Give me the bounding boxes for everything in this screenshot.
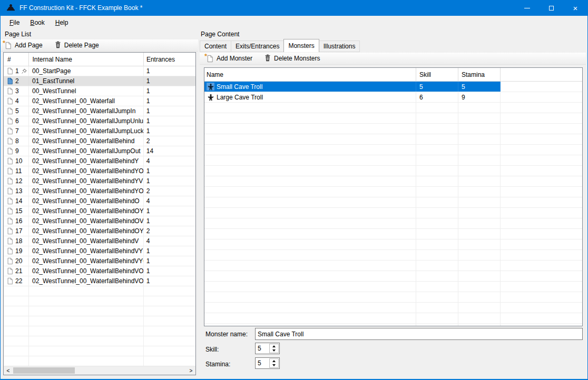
page-entrances: 4: [144, 156, 195, 166]
monsters-body: Small Cave Troll55Large Cave Troll69: [204, 82, 582, 326]
page-list-row[interactable]: 1902_WestTunnel_00_WaterfallBehindVY1: [4, 246, 195, 256]
add-monster-button[interactable]: * Add Monster: [204, 54, 254, 64]
menu-book[interactable]: Book: [25, 17, 50, 28]
monster-row[interactable]: Large Cave Troll69: [204, 92, 582, 103]
tab-content[interactable]: Content: [200, 41, 231, 52]
page-icon: [6, 207, 14, 215]
menu-help[interactable]: Help: [50, 17, 74, 28]
delete-monsters-button[interactable]: Delete Monsters: [262, 53, 321, 64]
stamina-up-button[interactable]: [270, 359, 278, 363]
page-list-row[interactable]: 2102_WestTunnel_00_WaterfallBehindVO1: [4, 266, 195, 276]
skill-down-button[interactable]: [270, 348, 278, 353]
page-list-toolbar: * Add Page Delete Page: [1, 39, 198, 52]
pin-icon: [21, 68, 28, 75]
page-entrances: 1: [144, 96, 195, 106]
tab-exits-entrances[interactable]: Exits/Entrances: [231, 41, 284, 52]
monster-row[interactable]: Small Cave Troll55: [204, 82, 582, 92]
page-list-row[interactable]: 100_StartPage1: [4, 66, 195, 76]
monster-empty-row: [204, 292, 582, 303]
page-list-row[interactable]: 902_WestTunnel_00_WaterfallJumpOut14: [4, 146, 195, 156]
column-header-name[interactable]: Name: [204, 68, 416, 81]
page-icon: [6, 157, 14, 165]
menu-file[interactable]: File: [4, 17, 25, 28]
skill-spinner[interactable]: [255, 343, 280, 354]
stamina-down-button[interactable]: [270, 363, 278, 367]
tab-illustrations[interactable]: Illustrations: [319, 41, 360, 52]
add-page-button[interactable]: * Add Page: [3, 41, 44, 51]
scroll-track[interactable]: [13, 366, 187, 375]
page-list-row[interactable]: 201_EastTunnel1: [4, 76, 195, 86]
tab-monsters[interactable]: Monsters: [283, 39, 319, 52]
monster-stamina-cell: 9: [458, 92, 501, 102]
page-list-row[interactable]: 2002_WestTunnel_00_WaterfallBehindVYO1: [4, 256, 195, 266]
close-button[interactable]: ×: [563, 0, 587, 16]
page-list-row[interactable]: 402_WestTunnel_00_Waterfall1: [4, 96, 195, 106]
page-internal-name: 02_WestTunnel_00_WaterfallBehindOV: [29, 216, 144, 226]
trash-icon: [264, 54, 271, 63]
monster-icon: [207, 93, 214, 101]
page-internal-name: 02_WestTunnel_00_WaterfallJumpLucky: [29, 126, 144, 136]
page-list-table: # Internal Name Entrances 100_StartPage1…: [3, 52, 196, 375]
stamina-input[interactable]: [256, 358, 269, 368]
page-icon: [6, 97, 14, 105]
column-header-number[interactable]: #: [4, 53, 29, 66]
page-list-row[interactable]: 1002_WestTunnel_00_WaterfallBehindY4: [4, 156, 195, 166]
page-list-row[interactable]: 702_WestTunnel_00_WaterfallJumpLucky1: [4, 126, 195, 136]
monster-empty-row: [204, 271, 582, 282]
page-list-row[interactable]: 502_WestTunnel_00_WaterfallJumpIn1: [4, 106, 195, 116]
page-entrances: 1: [144, 256, 195, 266]
page-internal-name: 02_WestTunnel_00_WaterfallBehindOY: [29, 206, 144, 216]
page-entrances: 1: [144, 166, 195, 176]
page-number-cell: 19: [4, 246, 29, 256]
monster-name-input[interactable]: [255, 328, 583, 340]
column-header-internal-name[interactable]: Internal Name: [29, 53, 143, 66]
page-list-hscrollbar[interactable]: < >: [4, 366, 195, 375]
monster-empty-row: [204, 239, 582, 250]
delete-page-button[interactable]: Delete Page: [53, 40, 101, 51]
scroll-thumb[interactable]: [13, 367, 75, 374]
page-list-row[interactable]: 1502_WestTunnel_00_WaterfallBehindOY1: [4, 206, 195, 216]
stamina-spinner[interactable]: [255, 357, 280, 369]
page-list-header: # Internal Name Entrances: [4, 53, 195, 66]
column-header-skill[interactable]: Skill: [416, 68, 458, 81]
page-list-label: Page List: [5, 31, 31, 38]
scroll-right-arrow-icon[interactable]: >: [187, 366, 195, 375]
page-number-cell: 1: [4, 66, 29, 76]
page-list-row[interactable]: 1202_WestTunnel_00_WaterfallBehindYV1: [4, 176, 195, 186]
page-list-empty-row: [4, 306, 195, 316]
page-internal-name: 02_WestTunnel_00_WaterfallBehindVYO: [29, 256, 144, 266]
page-icon: [6, 87, 14, 95]
page-entrances: 2: [144, 226, 195, 236]
maximize-button[interactable]: [539, 0, 563, 16]
page-internal-name: 02_WestTunnel_00_WaterfallJumpUnlucky: [29, 116, 144, 126]
page-list-row[interactable]: 300_WestTunnel1: [4, 86, 195, 96]
page-list-row[interactable]: 602_WestTunnel_00_WaterfallJumpUnlucky1: [4, 116, 195, 126]
skill-label: Skill:: [205, 346, 219, 353]
scroll-left-arrow-icon[interactable]: <: [4, 366, 13, 375]
page-list-row[interactable]: 1702_WestTunnel_00_WaterfallBehindOYV2: [4, 226, 195, 236]
skill-input[interactable]: [256, 343, 269, 354]
page-icon: [6, 247, 14, 255]
page-icon: [6, 277, 14, 285]
monster-empty-row: [204, 218, 582, 229]
page-list-empty-row: [4, 296, 195, 306]
page-list-empty-row: [4, 316, 195, 326]
minimize-button[interactable]: [515, 0, 539, 16]
skill-up-button[interactable]: [270, 344, 278, 348]
page-list-row[interactable]: 802_WestTunnel_00_WaterfallBehind2: [4, 136, 195, 146]
page-list-row[interactable]: 1802_WestTunnel_00_WaterfallBehindV4: [4, 236, 195, 246]
page-list-row[interactable]: 1402_WestTunnel_00_WaterfallBehindO4: [4, 196, 195, 206]
page-list-row[interactable]: 1602_WestTunnel_00_WaterfallBehindOV1: [4, 216, 195, 226]
monsters-header: Name Skill Stamina: [204, 68, 582, 82]
page-list-row[interactable]: 2202_WestTunnel_00_WaterfallBehindVOY1: [4, 276, 195, 286]
page-entrances: 2: [144, 136, 195, 146]
page-list-row[interactable]: 1102_WestTunnel_00_WaterfallBehindYO1: [4, 166, 195, 176]
page-number-cell: 3: [4, 86, 29, 96]
page-list-row[interactable]: 1302_WestTunnel_00_WaterfallBehindYOV2: [4, 186, 195, 196]
column-header-entrances[interactable]: Entrances: [144, 53, 195, 66]
page-icon: [6, 137, 14, 145]
page-entrances: 1: [144, 116, 195, 126]
page-icon: [6, 187, 14, 195]
column-header-stamina[interactable]: Stamina: [458, 68, 501, 81]
monster-name-cell: Large Cave Troll: [204, 92, 416, 102]
